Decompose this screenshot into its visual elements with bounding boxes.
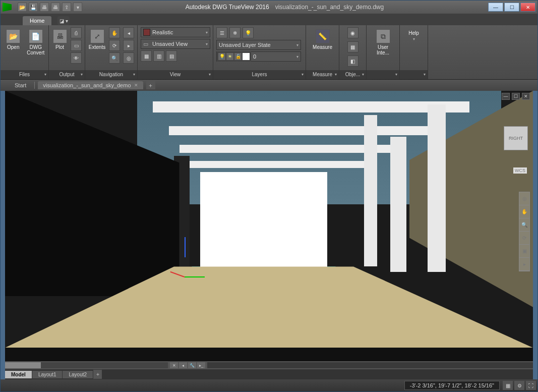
- cmd-close-icon[interactable]: ✕: [170, 362, 178, 368]
- ui-icon: ⧉: [376, 29, 390, 43]
- plot-preview-icon[interactable]: 👁: [71, 52, 82, 64]
- quick-access-toolbar: 📂 💾 🖶 🖶 ⇪ ▾: [18, 3, 82, 12]
- layout-add-button[interactable]: ＋: [93, 370, 102, 379]
- ruler-icon: 📏: [316, 29, 330, 43]
- layer-props-icon[interactable]: ☰: [216, 27, 227, 38]
- measure-button[interactable]: 📏 Measure: [312, 27, 333, 55]
- view-icon: ▭: [143, 41, 150, 47]
- status-misc-icon[interactable]: ⚙: [514, 381, 524, 390]
- hscroll-track[interactable]: [5, 362, 168, 368]
- layer-freeze-icon[interactable]: ❄: [229, 27, 241, 38]
- panel-title-object: Obje...: [339, 70, 366, 79]
- title-text: Autodesk DWG TrueView 2016 visualization…: [82, 4, 487, 11]
- zoom-icon[interactable]: 🔍: [109, 52, 120, 64]
- dwg-convert-button[interactable]: 📄 DWG Convert: [26, 27, 46, 55]
- viewport-controls: — ☐ ✕: [502, 93, 530, 100]
- ribbon-tab-row: Home ◪ ▾: [1, 14, 537, 25]
- qat-plot-icon[interactable]: 🖶: [51, 3, 60, 12]
- tab-home[interactable]: Home: [23, 16, 51, 25]
- hscroll-thumb[interactable]: [5, 362, 41, 368]
- lock-icon: 🔓: [234, 53, 242, 60]
- ucs-z-axis-icon: [185, 237, 186, 257]
- nav-expand-icon[interactable]: ▸: [519, 258, 529, 271]
- nav-pan-icon[interactable]: ✋: [519, 205, 529, 218]
- qat-print-icon[interactable]: 🖶: [40, 3, 49, 12]
- pan-icon[interactable]: ✋: [109, 27, 120, 38]
- layout-tab-2[interactable]: Layout2: [63, 371, 93, 378]
- file-tab-strip: Start visualization_-_sun_and_sky_demo ✕…: [1, 80, 537, 91]
- vp-minimize-icon[interactable]: —: [502, 93, 510, 100]
- app-name: Autodesk DWG TrueView 2016: [186, 4, 269, 11]
- drawing-viewport[interactable]: — ☐ ✕ RIGHT WCS ◎ ✋ 🔍 ⟳ ▣ ▸: [5, 91, 533, 361]
- steering-wheel-icon[interactable]: ◎: [123, 52, 134, 64]
- named-view-combo[interactable]: ▭ Unsaved View▾: [141, 39, 210, 49]
- sun-icon: ☀: [226, 53, 233, 60]
- start-tab[interactable]: Start: [10, 81, 31, 89]
- minimize-button[interactable]: —: [488, 3, 503, 12]
- plot-button[interactable]: 🖶 Plot: [52, 27, 68, 55]
- object-snap2-icon[interactable]: ▦: [347, 41, 358, 52]
- cmd-chevron-icon[interactable]: ◂: [179, 362, 187, 368]
- nav-zoom-icon[interactable]: 🔍: [519, 218, 529, 232]
- cmd-prompt-icon[interactable]: ▸_: [197, 362, 205, 368]
- status-grid-icon[interactable]: ▦: [503, 381, 513, 390]
- cmd-wrench-icon[interactable]: 🔧: [188, 362, 196, 368]
- help-button[interactable]: Help ▾: [403, 27, 425, 41]
- open-button[interactable]: 📂 Open: [4, 27, 23, 55]
- nav-showmotion-icon[interactable]: ▣: [519, 245, 529, 258]
- visual-style-combo[interactable]: Realistic▾: [141, 27, 210, 37]
- qat-save-icon[interactable]: 💾: [29, 3, 38, 12]
- qat-open-icon[interactable]: 📂: [18, 3, 27, 12]
- navigation-bar: ◎ ✋ 🔍 ⟳ ▣ ▸: [519, 192, 530, 271]
- wcs-label[interactable]: WCS: [513, 167, 527, 174]
- vp-maximize-icon[interactable]: ☐: [512, 93, 520, 100]
- panel-title-ui: [367, 70, 399, 79]
- orbit-icon[interactable]: ⟳: [109, 40, 120, 51]
- panel-title-help: [400, 70, 428, 79]
- folder-open-icon: 📂: [6, 29, 20, 43]
- model-scene: [5, 91, 533, 361]
- panel-title-output: Output: [49, 70, 85, 79]
- close-tab-icon[interactable]: ✕: [134, 83, 138, 88]
- coordinates-readout: -3'-2 3/16", 19'-7 1/2", 18'-2 15/16": [404, 381, 500, 390]
- layer-status-icons: 💡 ☀ 🔓: [217, 51, 251, 62]
- file-tab[interactable]: visualization_-_sun_and_sky_demo ✕: [38, 81, 143, 89]
- back-view-icon[interactable]: ◂: [123, 27, 134, 38]
- panel-title-measure: Measure: [306, 70, 339, 79]
- vp-close-icon[interactable]: ✕: [522, 93, 530, 100]
- user-interface-button[interactable]: ⧉ User Inte...: [373, 27, 394, 55]
- dwg-convert-icon: 📄: [29, 29, 43, 43]
- new-tab-button[interactable]: ＋: [146, 81, 155, 89]
- status-bar: -3'-2 3/16", 19'-7 1/2", 18'-2 15/16" ▦ …: [1, 379, 537, 391]
- object-snap-icon[interactable]: ◉: [347, 27, 358, 38]
- layout-tab-model[interactable]: Model: [5, 371, 32, 378]
- close-button[interactable]: ✕: [520, 3, 535, 12]
- app-menu-icon[interactable]: [3, 3, 12, 12]
- layer-color-swatch-icon: [243, 53, 250, 60]
- layer-state-combo[interactable]: Unsaved Layer State▾: [216, 40, 301, 50]
- file-name: visualization_-_sun_and_sky_demo.dwg: [275, 4, 384, 11]
- layer-combo[interactable]: 💡 ☀ 🔓 0▾: [216, 51, 301, 62]
- nav-orbit-icon[interactable]: ⟳: [519, 232, 529, 245]
- titlebar: 📂 💾 🖶 🖶 ⇪ ▾ Autodesk DWG TrueView 2016 v…: [1, 1, 537, 14]
- extents-button[interactable]: ⤢ Extents: [88, 27, 106, 55]
- layout-tab-1[interactable]: Layout1: [32, 371, 63, 378]
- forward-view-icon[interactable]: ▸: [123, 40, 134, 51]
- extents-icon: ⤢: [90, 29, 104, 43]
- tab-overflow-button[interactable]: ◪ ▾: [57, 16, 70, 25]
- qat-dropdown-icon[interactable]: ▾: [73, 3, 82, 12]
- layer-off-icon[interactable]: 💡: [243, 27, 254, 38]
- view-manager-icon[interactable]: ▦: [141, 50, 152, 62]
- layout-tabs: Model Layout1 Layout2 ＋: [5, 369, 533, 379]
- view-misc-icon[interactable]: ▤: [166, 50, 177, 62]
- nav-wheel-icon[interactable]: ◎: [519, 192, 529, 205]
- page-setup-icon[interactable]: ▭: [71, 40, 82, 51]
- qat-publish-icon[interactable]: ⇪: [62, 3, 71, 12]
- batch-plot-icon[interactable]: ⎙: [71, 27, 82, 38]
- status-fullscreen-icon[interactable]: ⛶: [526, 381, 536, 390]
- object-snap3-icon[interactable]: ◧: [347, 55, 358, 67]
- viewport-config-icon[interactable]: ▥: [153, 50, 164, 62]
- viewcube[interactable]: RIGHT: [504, 126, 528, 150]
- ribbon: 📂 Open 📄 DWG Convert Files 🖶 Plot ⎙ ▭: [1, 25, 537, 80]
- maximize-button[interactable]: ☐: [504, 3, 519, 12]
